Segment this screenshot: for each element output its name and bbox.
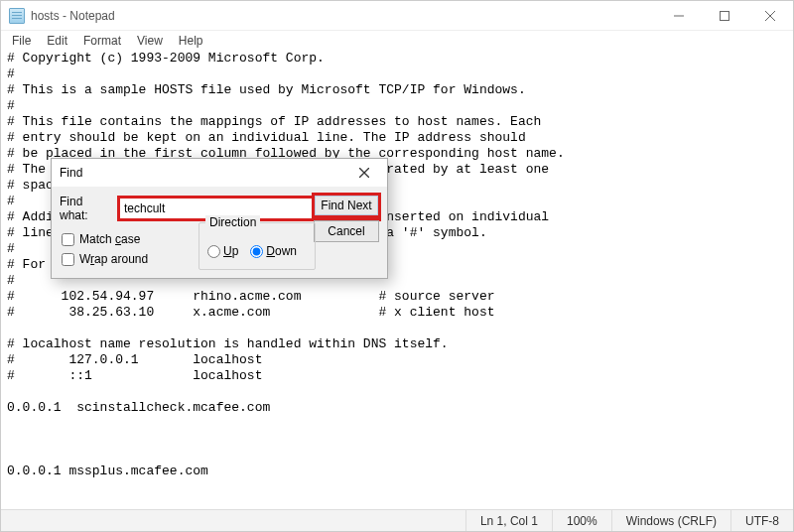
menu-help[interactable]: Help [172, 33, 210, 49]
find-dialog-title: Find [60, 166, 345, 180]
direction-up-radio[interactable]: Up [207, 244, 238, 258]
menu-format[interactable]: Format [76, 33, 128, 49]
status-position: Ln 1, Col 1 [465, 510, 552, 531]
status-encoding: UTF-8 [730, 510, 793, 531]
menu-file[interactable]: File [5, 33, 38, 49]
menu-edit[interactable]: Edit [40, 33, 74, 49]
match-case-label: Match case [79, 232, 140, 246]
close-icon [359, 168, 369, 178]
find-dialog: Find Find what: Find Next Cancel Directi… [51, 158, 388, 279]
maximize-button[interactable] [702, 1, 747, 31]
direction-legend: Direction [205, 215, 260, 229]
match-case-input[interactable] [62, 233, 74, 246]
direction-down-radio[interactable]: Down [250, 244, 297, 258]
status-zoom: 100% [552, 510, 611, 531]
direction-down-input[interactable] [250, 245, 263, 258]
notepad-icon [9, 8, 25, 24]
close-button[interactable] [747, 1, 793, 31]
find-next-label: Find Next [321, 199, 371, 212]
svg-rect-0 [721, 11, 729, 20]
text-editor[interactable]: # Copyright (c) 1993-2009 Microsoft Corp… [1, 51, 793, 509]
titlebar: hosts - Notepad [1, 1, 793, 31]
find-what-label: Find what: [60, 195, 113, 222]
statusbar: Ln 1, Col 1 100% Windows (CRLF) UTF-8 [1, 509, 793, 531]
minimize-button[interactable] [656, 1, 702, 31]
close-icon [765, 11, 775, 21]
wrap-around-input[interactable] [62, 253, 74, 266]
status-eol: Windows (CRLF) [611, 510, 730, 531]
wrap-around-label: Wrap around [79, 252, 148, 266]
direction-group: Direction Up Down [198, 222, 316, 270]
find-dialog-close-button[interactable] [345, 161, 383, 185]
find-next-button[interactable]: Find Next [314, 195, 379, 216]
window-title: hosts - Notepad [31, 9, 115, 23]
find-dialog-titlebar[interactable]: Find [52, 159, 387, 187]
direction-up-label: Up [223, 244, 238, 258]
menubar: File Edit Format View Help [1, 31, 793, 51]
cancel-label: Cancel [328, 224, 364, 238]
direction-up-input[interactable] [207, 245, 220, 258]
cancel-button[interactable]: Cancel [314, 220, 379, 242]
maximize-icon [720, 11, 729, 21]
direction-down-label: Down [266, 244, 297, 258]
menu-view[interactable]: View [130, 33, 170, 49]
minimize-icon [674, 11, 684, 21]
